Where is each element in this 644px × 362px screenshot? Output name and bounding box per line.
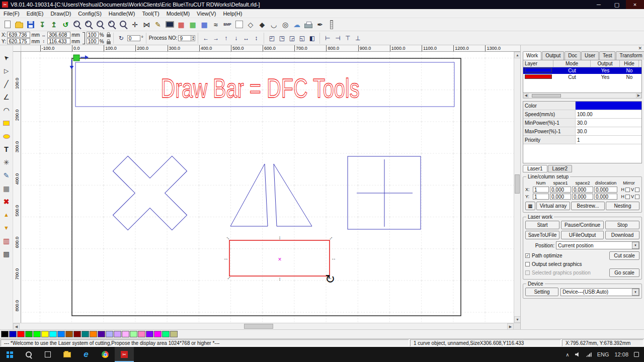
palette-swatch[interactable]: [82, 331, 89, 337]
hide-column-header[interactable]: Hide: [620, 60, 639, 67]
download-button[interactable]: Download: [605, 231, 639, 239]
process-number-input[interactable]: 9: [178, 35, 191, 41]
weld-icon[interactable]: ⋈: [141, 19, 152, 30]
minimize-button[interactable]: ─: [590, 0, 608, 9]
zoom-window-icon[interactable]: ▫: [95, 19, 106, 30]
device-select[interactable]: Device---(USB:Auto) ▼: [560, 288, 639, 296]
smooth-curve-icon[interactable]: ≈: [210, 19, 221, 30]
curve-tool[interactable]: ◠: [1, 105, 12, 116]
cloud-icon[interactable]: ☁: [291, 19, 302, 30]
trucut-app-button[interactable]: ✂: [115, 347, 134, 362]
export-icon[interactable]: ↥: [48, 19, 59, 30]
canvas[interactable]: Draw Bar = DFC Tools ↔ ↔ ↔: [21, 52, 514, 323]
palette-swatch[interactable]: [1, 331, 9, 337]
stop-button[interactable]: Stop: [605, 221, 639, 229]
attach-left-icon[interactable]: ⊢: [323, 33, 333, 43]
start-menu-button[interactable]: [0, 347, 19, 362]
snap-corner-bl-icon[interactable]: ◱: [297, 33, 307, 43]
maximize-button[interactable]: ▢: [608, 0, 626, 9]
palette-swatch[interactable]: [106, 331, 113, 337]
palette-swatch[interactable]: [114, 331, 121, 337]
ufile-output-button[interactable]: UFileOutput: [561, 231, 604, 239]
cut-scale-button[interactable]: Cut scale: [609, 251, 639, 260]
vertical-scrollbar[interactable]: ▲ ▼: [514, 52, 520, 323]
align-right-icon[interactable]: →: [211, 33, 221, 43]
palette-swatch[interactable]: [170, 331, 178, 337]
pen-draw-tool[interactable]: ✎: [1, 170, 12, 181]
volume-icon[interactable]: [575, 352, 581, 357]
process-number-stepper[interactable]: ▲ ▼: [191, 35, 195, 41]
task-view-button[interactable]: [38, 347, 57, 362]
array-num-input[interactable]: 1: [533, 194, 549, 200]
notification-center-icon[interactable]: [634, 352, 639, 357]
menu-item[interactable]: Edit(E): [23, 10, 47, 18]
palette-swatch[interactable]: [65, 331, 73, 337]
rectangle-tool[interactable]: [1, 118, 12, 129]
laser-tab[interactable]: Laser2: [548, 165, 573, 172]
panel-close-icon[interactable]: ✕: [638, 46, 642, 51]
align-hcenter-icon[interactable]: ↔: [241, 33, 251, 43]
menu-item[interactable]: Model(M): [163, 10, 193, 18]
open-icon[interactable]: [14, 19, 25, 30]
snap-half-icon[interactable]: ◧: [307, 33, 317, 43]
pen-icon[interactable]: ✎: [152, 19, 164, 30]
panel-tab[interactable]: Doc: [565, 51, 581, 60]
panel-tab[interactable]: Work: [523, 51, 541, 60]
array-space2-input[interactable]: 0.000: [572, 194, 593, 200]
attach-bottom-icon[interactable]: ⊥: [353, 33, 363, 43]
zoom-out-icon[interactable]: −: [71, 19, 83, 30]
language-indicator[interactable]: ENG: [597, 351, 609, 357]
horizontal-scrollbar[interactable]: ◀ ▶: [13, 323, 520, 329]
mirror-vertical-tool[interactable]: ▼: [1, 222, 12, 233]
array-grid-icon[interactable]: ▦: [187, 19, 198, 30]
new-icon[interactable]: [2, 19, 13, 30]
palette-swatch[interactable]: [57, 331, 65, 337]
zoom-in-icon[interactable]: +: [83, 19, 94, 30]
output-grid-icon[interactable]: ▦: [176, 19, 187, 30]
array-num-input[interactable]: 1: [533, 187, 549, 193]
snap-corner-br-icon[interactable]: ◲: [287, 33, 297, 43]
scale-x-input[interactable]: 100: [87, 32, 99, 38]
mirror-h-checkbox[interactable]: [625, 188, 630, 192]
palette-swatch[interactable]: [90, 331, 97, 337]
line-tool[interactable]: ╱: [1, 78, 12, 89]
bmp-icon[interactable]: BMP: [222, 19, 233, 30]
layer-row[interactable]: Cut Yes No: [523, 67, 641, 74]
mirror-h-checkbox[interactable]: [625, 195, 630, 199]
array-dislocation-input[interactable]: 0.000: [594, 194, 617, 200]
menu-item[interactable]: Help(H): [219, 10, 246, 18]
start-button[interactable]: Start: [525, 221, 559, 229]
zoom-extent-icon[interactable]: ▪: [106, 19, 117, 30]
close-button[interactable]: ×: [626, 0, 644, 9]
pan-icon[interactable]: ✛: [129, 19, 140, 30]
panel-tab[interactable]: User: [581, 51, 599, 60]
output-column-header[interactable]: Output: [591, 60, 620, 67]
palette-swatch[interactable]: [9, 331, 17, 337]
ellipse-tool[interactable]: [1, 131, 12, 142]
array-space1-input[interactable]: 0.000: [550, 187, 571, 193]
rotate-angle-input[interactable]: 0: [127, 35, 140, 41]
mode-column-header[interactable]: Mode: [553, 60, 591, 67]
no-color-icon[interactable]: [233, 19, 245, 30]
flip-tool[interactable]: ▥: [1, 235, 12, 246]
array-dislocation-input[interactable]: 0.000: [594, 187, 617, 193]
palette-swatch[interactable]: [162, 331, 170, 337]
layer-column-header[interactable]: Layer: [523, 60, 553, 67]
virtual-array-button[interactable]: Virtual array: [536, 202, 570, 210]
preview-monitor-icon[interactable]: [164, 19, 175, 30]
zoom-select-icon[interactable]: [118, 19, 129, 30]
close-curve-icon[interactable]: ◡: [268, 19, 279, 30]
delete-tool[interactable]: ✖: [1, 196, 12, 207]
color-picker-icon[interactable]: ✒: [314, 19, 326, 30]
node-edit-tool[interactable]: ▷: [1, 65, 12, 76]
array-preview-icon[interactable]: ▦: [525, 202, 535, 210]
palette-swatch[interactable]: [122, 331, 129, 337]
palette-swatch[interactable]: [130, 331, 137, 337]
lock-aspect-icon[interactable]: [107, 34, 111, 37]
menu-item[interactable]: Draw(D): [47, 10, 74, 18]
width-input[interactable]: 306.608: [47, 32, 70, 38]
array-space2-input[interactable]: 0.000: [572, 187, 593, 193]
attach-right-icon[interactable]: ⊣: [333, 33, 343, 43]
edge-button[interactable]: e: [76, 347, 96, 362]
align-vcenter-icon[interactable]: ↕: [251, 33, 261, 43]
